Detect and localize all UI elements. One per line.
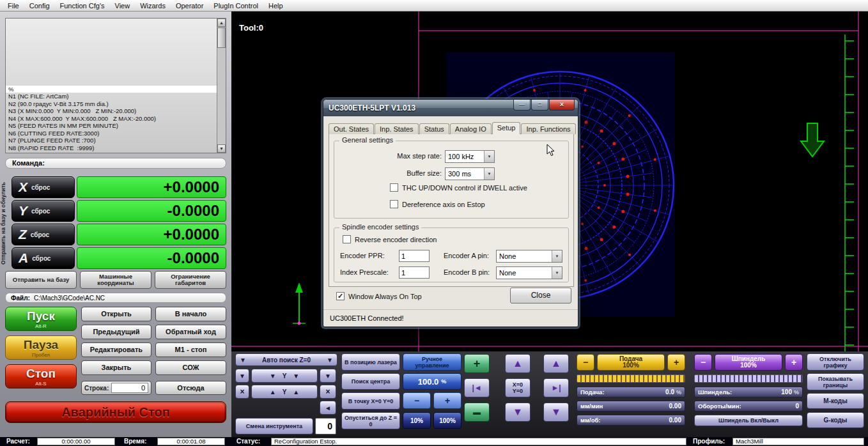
tab-setup[interactable]: Setup [492, 122, 521, 134]
edit-gcode-button[interactable]: Редактировать [81, 342, 151, 357]
chevron-down-icon[interactable]: ▼ [484, 151, 494, 162]
single-step-back-button[interactable]: Предыдущий [81, 325, 151, 339]
g-codes-button[interactable]: G-коды [807, 412, 864, 428]
jog-rate-10-button[interactable]: 10% [403, 412, 431, 429]
tab-status[interactable]: Status [419, 123, 449, 134]
coolant-button[interactable]: СОЖ [155, 360, 226, 375]
mdi-command-bar[interactable]: Команда: [5, 158, 226, 169]
feed-plus-button[interactable]: + [667, 354, 685, 371]
jog-down-button[interactable]: ▼ [235, 369, 249, 383]
goto-xy-zero-button[interactable]: В точку X=0 Y=0 [341, 392, 400, 410]
spindle-on-off-button[interactable]: Шпиндель Вкл/Выкл [694, 415, 803, 426]
dialog-close-button[interactable]: Close [510, 288, 571, 304]
axis-x-zero-button[interactable]: X сброс [12, 176, 75, 198]
chevron-down-icon[interactable]: ▼ [552, 267, 562, 279]
line-number-value[interactable]: 0 [111, 383, 148, 393]
feed-override-button[interactable]: Подача 100% [597, 354, 665, 371]
tool-change-button[interactable]: Смена инструмента [235, 418, 313, 434]
reverse-encoder-checkbox[interactable] [343, 235, 351, 243]
step-mode-plus-button[interactable]: + [464, 354, 490, 373]
chevron-down-icon[interactable]: ▼ [484, 168, 494, 180]
max-step-rate-combo[interactable]: 100 kHz ▼ [445, 150, 495, 163]
spindle-override-button[interactable]: Шпиндель 100% [715, 354, 782, 371]
index-prescale-input[interactable] [399, 266, 430, 279]
jog-x-right-button[interactable]: ►| [543, 378, 569, 397]
encoder-a-pin-combo[interactable]: None ▼ [496, 250, 562, 263]
chevron-down-icon[interactable]: ▼ [552, 250, 562, 262]
encoder-b-pin-combo[interactable]: None ▼ [496, 266, 562, 279]
jog-y-down-button[interactable]: ▼ [505, 403, 531, 422]
tab-out-states[interactable]: Out. States [329, 123, 374, 134]
gcode-scrollbar[interactable]: ▲ ▼ [217, 19, 226, 153]
jog-z-down-button[interactable]: ▼ [543, 403, 569, 422]
tab-inp-states[interactable]: Inp. States [375, 123, 419, 134]
dro-z-value[interactable]: +0.0000 [77, 224, 226, 245]
dro-x-value[interactable]: +0.0000 [77, 176, 226, 198]
jog-down-button[interactable]: ▼ [320, 369, 336, 383]
reverse-run-button[interactable]: Обратный ход [155, 325, 226, 339]
auto-zero-z-button[interactable]: ▼ Авто поиск Z=0 ▼ [235, 353, 337, 366]
zero-xy-button[interactable]: X=0 Y=0 [505, 378, 531, 397]
scrollbar-thumb[interactable] [217, 27, 226, 48]
tab-inp-functions[interactable]: Inp. Functions [521, 123, 575, 134]
menu-file[interactable]: File [3, 1, 24, 10]
stop-button[interactable]: Стоп Alt-S [5, 364, 77, 388]
jog-y-up-button[interactable]: ▲ [505, 354, 531, 373]
jog-x-button[interactable]: × [320, 385, 336, 399]
gcode-display[interactable]: % N1 (NC FILE: ArtCam) N2 (90.0 градус V… [5, 18, 226, 153]
emergency-stop-button[interactable]: Аварийный Стоп [5, 401, 226, 423]
axis-a-zero-button[interactable]: A сброс [12, 247, 75, 269]
thc-checkbox[interactable] [390, 183, 398, 192]
jog-rate-plus-button[interactable]: + [433, 392, 461, 409]
axis-y-zero-button[interactable]: Y сброс [12, 200, 75, 222]
jog-rate-minus-button[interactable]: − [403, 392, 431, 409]
dereference-checkbox[interactable] [390, 200, 398, 208]
menu-function-cfgs[interactable]: Function Cfg's [55, 1, 110, 10]
feed-minus-button[interactable]: − [577, 354, 594, 371]
machine-coords-button[interactable]: Машинные координаты [80, 271, 151, 289]
menu-view[interactable]: View [110, 1, 136, 10]
tab-analog-io[interactable]: Analog IO [450, 123, 492, 134]
spindle-minus-button[interactable]: − [694, 354, 712, 371]
find-center-button[interactable]: Поиск центра [341, 373, 400, 390]
menu-operator[interactable]: Operator [171, 1, 208, 10]
jog-x-button[interactable]: × [235, 385, 249, 399]
dialog-titlebar[interactable]: UC300ETH-5LPT V1.013 — □ × [323, 100, 578, 116]
jog-left-button[interactable]: ◄ [320, 401, 336, 415]
axis-z-zero-button[interactable]: Z сброс [12, 224, 75, 245]
show-bounds-button[interactable]: Показывать границы [807, 373, 864, 390]
step-mode-minus-button[interactable]: ▬ [464, 403, 490, 422]
feed-override-slider[interactable] [577, 374, 685, 383]
m-codes-button[interactable]: М-коды [807, 393, 864, 409]
disable-graphics-button[interactable]: Отключить графику [807, 353, 864, 371]
feed-hold-button[interactable]: Пауза Пробел [5, 335, 77, 360]
close-gcode-button[interactable]: Закрыть [81, 360, 151, 375]
jog-x-left-button[interactable]: |◄ [464, 378, 490, 397]
jog-rate-100-button[interactable]: 100% [433, 412, 461, 429]
ref-all-home-button[interactable]: Отправить на базу [5, 271, 77, 289]
encoder-ppr-input[interactable] [399, 250, 430, 262]
menu-help[interactable]: Help [263, 1, 288, 10]
menu-plugin-control[interactable]: PlugIn Control [208, 1, 263, 10]
scroll-down-icon[interactable]: ▼ [217, 144, 226, 153]
close-icon[interactable]: × [549, 100, 575, 111]
soft-limits-button[interactable]: Ограничение габаритов [155, 271, 226, 289]
m1-optional-stop-button[interactable]: M1 - стоп [155, 342, 226, 357]
lower-to-z-zero-button[interactable]: Опуститься до Z = 0 [341, 412, 400, 429]
run-from-here-button[interactable]: Отсюда [155, 381, 226, 395]
dro-y-value[interactable]: -0.0000 [77, 200, 226, 222]
open-gcode-button[interactable]: Открыть [81, 307, 151, 321]
always-on-top-checkbox[interactable]: ✓ [336, 292, 345, 300]
laser-position-button[interactable]: В позицию лазера [341, 353, 400, 371]
spindle-override-slider[interactable] [694, 374, 803, 383]
spindle-plus-button[interactable]: + [785, 354, 803, 371]
menu-wizards[interactable]: Wizards [135, 1, 171, 10]
jog-y-plus-button[interactable]: ▲ Y ▲ [251, 385, 318, 399]
scroll-up-icon[interactable]: ▲ [217, 19, 226, 27]
manual-control-button[interactable]: Ручное управление [403, 353, 461, 371]
buffer-size-combo[interactable]: 300 ms ▼ [445, 167, 495, 180]
maximize-icon[interactable]: □ [531, 100, 548, 111]
menu-config[interactable]: Config [24, 1, 55, 10]
minimize-icon[interactable]: — [513, 100, 531, 111]
dro-a-value[interactable]: -0.0000 [77, 247, 226, 269]
